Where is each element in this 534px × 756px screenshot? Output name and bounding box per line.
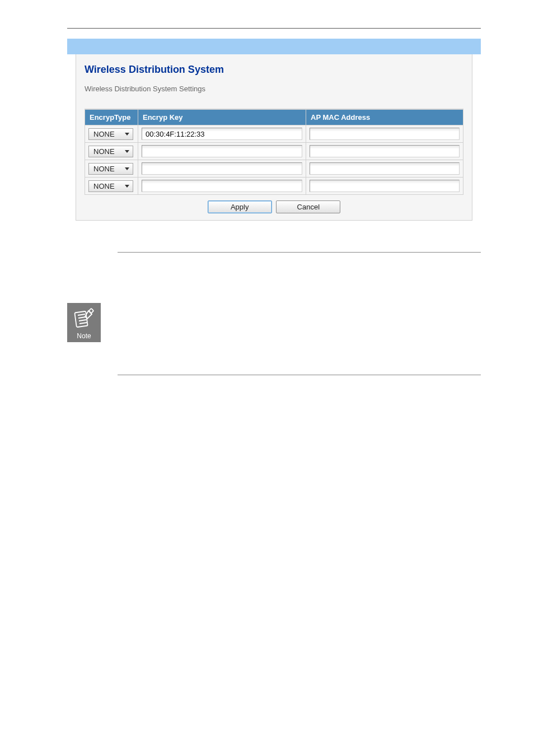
note-block: Note [67, 303, 481, 342]
encryp-type-value: NONE [93, 165, 115, 173]
notepad-pen-icon [73, 307, 95, 330]
th-encryp-key: Encryp Key [138, 110, 306, 125]
th-encryp-type: EncrypType [85, 110, 138, 125]
mid-divider [118, 252, 481, 253]
note-icon: Note [67, 303, 101, 342]
encryp-type-value: NONE [93, 130, 115, 138]
encryp-key-input[interactable] [142, 162, 302, 175]
encryp-type-select[interactable]: NONE [88, 146, 133, 157]
encryp-type-select[interactable]: NONE [88, 180, 133, 192]
button-row: Apply Cancel [85, 195, 463, 213]
chevron-down-icon [125, 150, 129, 153]
encryp-type-value: NONE [93, 182, 115, 190]
cancel-button[interactable]: Cancel [276, 200, 340, 213]
wds-table: EncrypType Encryp Key AP MAC Address NON… [85, 109, 463, 195]
svg-line-3 [79, 320, 86, 321]
ap-mac-input[interactable] [310, 162, 460, 175]
svg-line-2 [78, 317, 86, 318]
chevron-down-icon [125, 167, 129, 170]
ap-mac-input[interactable] [310, 180, 460, 192]
chevron-down-icon [125, 185, 129, 188]
apply-button[interactable]: Apply [208, 200, 272, 213]
table-row: NONE [85, 178, 463, 195]
note-label: Note [77, 332, 91, 342]
header-bar [67, 39, 481, 54]
svg-rect-0 [74, 311, 87, 328]
encryp-key-input[interactable] [142, 145, 302, 157]
table-row: NONE [85, 125, 463, 143]
ap-mac-input[interactable] [310, 145, 460, 157]
wds-panel: Wireless Distribution System Wireless Di… [76, 54, 472, 221]
panel-subtitle: Wireless Distribution System Settings [85, 85, 463, 93]
encryp-key-input[interactable] [142, 128, 302, 140]
encryp-key-input[interactable] [142, 180, 302, 192]
encryp-type-select[interactable]: NONE [88, 128, 133, 140]
th-ap-mac: AP MAC Address [306, 110, 463, 125]
page-top-divider [67, 28, 481, 29]
svg-line-1 [78, 314, 85, 315]
svg-line-4 [79, 323, 87, 324]
ap-mac-input[interactable] [310, 128, 460, 140]
encryp-type-select[interactable]: NONE [88, 163, 133, 175]
table-row: NONE [85, 143, 463, 160]
chevron-down-icon [125, 133, 129, 136]
encryp-type-value: NONE [93, 147, 115, 156]
table-row: NONE [85, 160, 463, 178]
panel-title: Wireless Distribution System [85, 64, 463, 76]
bottom-divider [118, 375, 481, 375]
